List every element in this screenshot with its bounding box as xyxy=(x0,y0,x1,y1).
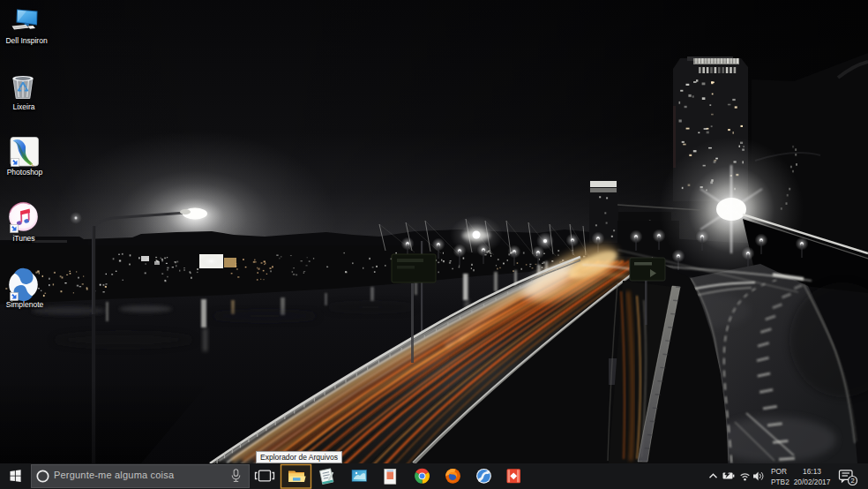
svg-text:2: 2 xyxy=(850,477,854,485)
